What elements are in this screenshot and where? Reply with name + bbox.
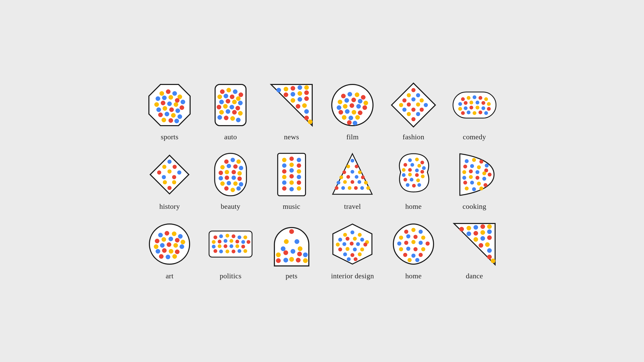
category-item-cooking[interactable]: cooking [446,151,502,211]
svg-point-73 [361,95,366,100]
svg-point-59 [298,91,302,96]
svg-point-134 [167,160,172,164]
category-item-dance[interactable]: dance [446,221,502,280]
category-item-sports[interactable]: sports [142,82,198,141]
category-item-home2[interactable]: home [386,221,442,280]
svg-point-230 [465,159,469,163]
svg-point-90 [355,115,360,120]
category-item-auto[interactable]: auto [203,82,259,141]
label-history: history [159,202,180,211]
category-item-art[interactable]: art [142,221,198,280]
svg-point-11 [161,101,165,105]
svg-point-340 [404,230,408,234]
svg-point-300 [238,249,241,253]
svg-point-256 [165,231,169,236]
svg-point-232 [479,160,483,163]
svg-point-98 [411,97,416,101]
svg-point-97 [402,98,406,102]
svg-point-142 [163,180,167,184]
svg-point-82 [356,104,361,109]
category-item-interior[interactable]: interior design [325,221,380,280]
svg-point-336 [351,253,354,257]
svg-point-350 [419,241,423,245]
svg-point-34 [236,96,241,101]
svg-point-20 [165,112,169,116]
svg-point-116 [458,102,462,106]
svg-point-22 [177,114,182,119]
svg-point-18 [175,108,180,113]
category-item-comedy[interactable]: comedy [446,82,502,141]
svg-point-165 [224,186,228,191]
svg-point-306 [283,250,288,255]
svg-point-178 [282,175,286,179]
svg-point-289 [247,240,250,244]
category-item-news[interactable]: news [264,82,319,141]
svg-point-91 [347,120,352,125]
svg-point-57 [284,92,288,97]
category-item-fashion[interactable]: fashion [386,82,442,141]
svg-point-171 [297,158,301,162]
svg-point-126 [481,106,485,110]
shape-politics [207,221,254,267]
shape-history [146,151,193,198]
svg-point-353 [406,247,410,251]
svg-point-235 [470,164,474,168]
category-item-pets[interactable]: pets [264,221,319,280]
svg-point-324 [360,238,364,242]
svg-point-13 [174,102,178,107]
svg-point-161 [220,182,225,186]
svg-point-199 [343,180,347,184]
svg-point-155 [232,170,236,174]
label-comedy: comedy [463,133,486,141]
svg-point-241 [482,171,486,175]
svg-point-156 [238,171,242,176]
category-item-home1[interactable]: home [386,151,442,211]
svg-point-85 [345,109,350,114]
svg-point-257 [172,231,176,236]
svg-point-253 [479,186,483,190]
svg-point-190 [355,165,358,168]
svg-point-275 [172,254,177,259]
svg-point-356 [403,253,407,257]
svg-point-219 [420,170,424,174]
svg-point-188 [351,159,354,162]
svg-point-371 [473,237,478,242]
svg-rect-276 [209,231,252,257]
svg-point-174 [297,163,301,168]
svg-point-374 [479,243,483,248]
category-item-music[interactable]: music [264,151,319,211]
svg-point-303 [289,229,294,234]
category-item-history[interactable]: history [142,151,198,211]
svg-point-344 [406,234,410,238]
svg-point-183 [297,180,301,185]
svg-point-7 [168,95,173,100]
svg-point-81 [350,103,354,108]
svg-point-35 [219,100,224,104]
svg-point-334 [360,247,364,251]
svg-point-288 [241,240,245,244]
svg-point-150 [227,164,231,168]
label-art: art [166,272,173,280]
svg-point-124 [469,106,473,109]
category-item-politics[interactable]: politics [203,221,259,280]
svg-point-42 [235,106,240,110]
svg-point-228 [412,184,416,187]
svg-point-169 [282,158,286,162]
category-item-beauty[interactable]: beauty [203,151,259,211]
svg-point-310 [276,258,281,263]
svg-point-205 [348,186,351,190]
shape-home2 [390,221,437,267]
svg-point-75 [344,98,349,103]
svg-point-115 [484,97,488,101]
svg-point-283 [212,240,216,244]
svg-point-50 [236,118,241,122]
category-item-film[interactable]: film [325,82,380,141]
svg-point-335 [343,252,347,256]
svg-point-179 [289,174,294,178]
shape-sports [146,82,193,128]
svg-point-163 [233,182,238,186]
category-grid: sports [142,82,502,280]
svg-point-250 [484,183,487,187]
svg-point-323 [353,237,357,241]
category-item-travel[interactable]: travel [325,151,380,211]
